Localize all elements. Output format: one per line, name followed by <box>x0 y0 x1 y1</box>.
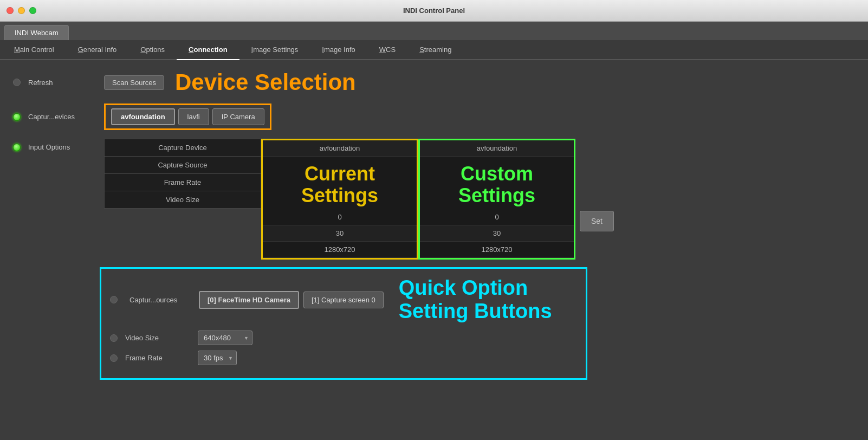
device-tab-indi-webcam[interactable]: INDI Webcam <box>4 25 69 40</box>
tab-connection[interactable]: Connection <box>177 40 239 60</box>
title-bar: INDI Control Panel <box>0 0 868 22</box>
tab-wcs[interactable]: WCS <box>367 40 407 60</box>
device-btn-ip-camera[interactable]: IP Camera <box>212 108 264 125</box>
field-capture-device: Capture Device <box>104 139 261 157</box>
set-button[interactable]: Set <box>580 211 614 231</box>
capture-sources-row: Captur...ources [0] FaceTime HD Camera [… <box>110 276 577 323</box>
refresh-label: Refresh <box>28 79 104 87</box>
video-size-row: Video Size 640x480 1280x720 1920x1080 <box>110 331 577 345</box>
capture-devices-buttons: avfoundation lavfi IP Camera <box>104 103 271 130</box>
nav-tabs: Main Control General Info Options Connec… <box>0 40 868 60</box>
capture-sources-led <box>110 296 118 303</box>
frame-rate-dropdown-wrapper: 15 fps 24 fps 30 fps 60 fps <box>198 351 237 365</box>
video-size-label: Video Size <box>125 334 198 342</box>
device-btn-lavfi[interactable]: lavfi <box>178 108 209 125</box>
device-btn-avfoundation[interactable]: avfoundation <box>111 108 175 125</box>
custom-val-30: 30 <box>420 225 574 242</box>
custom-header: avfoundation <box>420 140 574 157</box>
current-settings-title: CurrentSettings <box>301 163 378 206</box>
field-video-size: Video Size <box>104 191 261 209</box>
tab-image-info[interactable]: Image Info <box>310 40 367 60</box>
input-options-led <box>13 144 21 151</box>
source-btn-capture-screen[interactable]: [1] Capture screen 0 <box>303 292 384 308</box>
video-size-dropdown[interactable]: 640x480 1280x720 1920x1080 <box>198 331 252 345</box>
current-settings-box: avfoundation CurrentSettings 0 30 1280x7… <box>261 139 418 260</box>
device-selection-title: Device Selection <box>175 71 356 94</box>
tab-general-info[interactable]: General Info <box>66 40 129 60</box>
frame-rate-led <box>110 354 118 362</box>
tab-main-control[interactable]: Main Control <box>2 40 66 60</box>
refresh-led <box>13 79 21 86</box>
custom-settings-box: avfoundation CustomSettings 0 30 1280x72… <box>418 139 575 260</box>
scan-sources-button[interactable]: Scan Sources <box>104 75 164 90</box>
window-title: INDI Control Panel <box>403 7 465 15</box>
content-area: Refresh Scan Sources Device Selection Ca… <box>0 60 868 440</box>
close-button[interactable] <box>7 7 14 14</box>
tab-streaming[interactable]: Streaming <box>407 40 463 60</box>
capture-sources-label: Captur...ources <box>129 296 195 304</box>
current-val-video-size: 1280x720 <box>263 242 417 258</box>
device-tab-bar: INDI Webcam <box>0 22 868 40</box>
maximize-button[interactable] <box>29 7 36 14</box>
video-size-led <box>110 334 118 342</box>
frame-rate-label: Frame Rate <box>125 354 198 362</box>
quick-options-section: Captur...ources [0] FaceTime HD Camera [… <box>100 267 587 380</box>
current-val-0: 0 <box>263 209 417 225</box>
quick-option-title: Quick OptionSetting Buttons <box>399 276 552 323</box>
input-fields-table: Capture Device Capture Source Frame Rate… <box>104 139 261 209</box>
frame-rate-dropdown[interactable]: 15 fps 24 fps 30 fps 60 fps <box>198 351 237 365</box>
custom-settings-title: CustomSettings <box>458 163 535 206</box>
custom-val-0: 0 <box>420 209 574 225</box>
tab-image-settings[interactable]: Image Settings <box>239 40 310 60</box>
capture-devices-led <box>13 113 21 121</box>
window-controls <box>7 7 36 14</box>
minimize-button[interactable] <box>18 7 25 14</box>
video-size-dropdown-wrapper: 640x480 1280x720 1920x1080 <box>198 331 252 345</box>
capture-devices-label: Captur...evices <box>28 113 104 121</box>
tab-options[interactable]: Options <box>128 40 177 60</box>
frame-rate-row: Frame Rate 15 fps 24 fps 30 fps 60 fps <box>110 351 577 365</box>
source-btn-facetime[interactable]: [0] FaceTime HD Camera <box>199 291 299 309</box>
current-val-30: 30 <box>263 225 417 242</box>
input-options-label: Input Options <box>28 143 104 151</box>
current-header: avfoundation <box>263 140 417 157</box>
field-frame-rate: Frame Rate <box>104 174 261 191</box>
field-capture-source: Capture Source <box>104 157 261 174</box>
custom-val-video-size: 1280x720 <box>420 242 574 258</box>
